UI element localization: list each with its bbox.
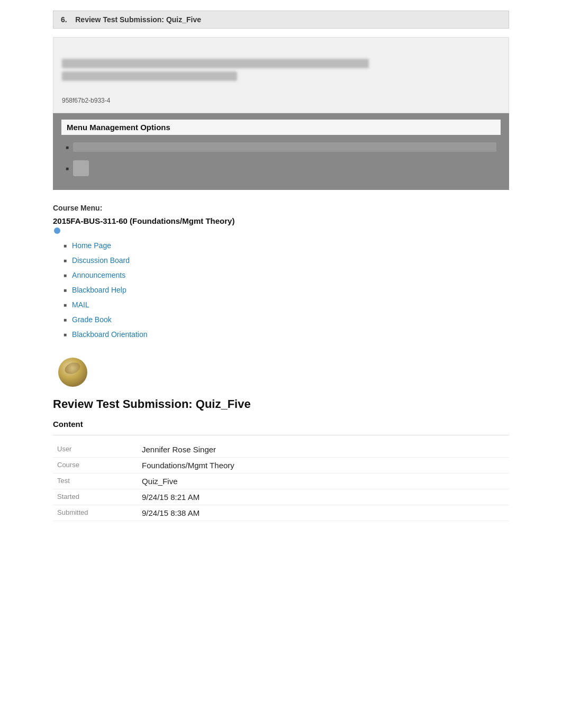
- nav-link-gradebook[interactable]: Grade Book: [72, 315, 112, 324]
- main-title: Review Test Submission: Quiz_Five: [53, 397, 509, 411]
- course-menu-section: Course Menu: 2015FA-BUS-311-60 (Foundati…: [53, 198, 509, 347]
- menu-management-block: Menu Management Options ■ ■: [53, 113, 509, 190]
- label-course: Course: [53, 458, 138, 474]
- value-submitted: 9/24/15 8:38 AM: [138, 505, 509, 521]
- nav-link-blackboard-help[interactable]: Blackboard Help: [72, 286, 126, 294]
- table-row-user: User Jennifer Rose Singer: [53, 442, 509, 458]
- nav-bullet-announcements: ■: [64, 272, 67, 278]
- table-row-started: Started 9/24/15 8:21 AM: [53, 489, 509, 505]
- section-title: Review Test Submission: Quiz_Five: [75, 15, 201, 24]
- value-course: Foundations/Mgmt Theory: [138, 458, 509, 474]
- nav-item-announcements[interactable]: ■ Announcements: [53, 268, 509, 283]
- menu-icon-placeholder: [73, 160, 89, 176]
- menu-bullet-1: ■: [66, 144, 69, 150]
- label-started: Started: [53, 489, 138, 505]
- nav-link-homepage[interactable]: Home Page: [72, 241, 111, 250]
- nav-item-gradebook[interactable]: ■ Grade Book: [53, 312, 509, 327]
- content-divider: [53, 435, 509, 435]
- menu-bullet-2: ■: [66, 166, 69, 171]
- value-started: 9/24/15 8:21 AM: [138, 489, 509, 505]
- menu-management-item-2: ■: [61, 157, 501, 179]
- top-content-block: 958f67b2-b933-4: [53, 37, 509, 113]
- menu-item-content-1: [73, 142, 496, 152]
- nav-item-homepage[interactable]: ■ Home Page: [53, 238, 509, 253]
- label-submitted: Submitted: [53, 505, 138, 521]
- nav-bullet-discussion: ■: [64, 258, 67, 263]
- nav-bullet-mail: ■: [64, 302, 67, 308]
- label-test: Test: [53, 474, 138, 489]
- nav-bullet-blackboard-help: ■: [64, 287, 67, 293]
- course-menu-label: Course Menu:: [53, 204, 509, 212]
- table-row-course: Course Foundations/Mgmt Theory: [53, 458, 509, 474]
- content-table: User Jennifer Rose Singer Course Foundat…: [53, 442, 509, 521]
- nav-link-orientation[interactable]: Blackboard Orientation: [72, 330, 147, 339]
- content-section-title: Content: [53, 420, 509, 429]
- avatar-container: [58, 358, 509, 387]
- nav-bullet-homepage: ■: [64, 243, 67, 249]
- table-row-submitted: Submitted 9/24/15 8:38 AM: [53, 505, 509, 521]
- course-title: 2015FA-BUS-311-60 (Foundations/Mgmt Theo…: [53, 216, 509, 225]
- nav-item-orientation[interactable]: ■ Blackboard Orientation: [53, 327, 509, 342]
- nav-item-blackboard-help[interactable]: ■ Blackboard Help: [53, 283, 509, 297]
- course-dot-indicator: [54, 228, 60, 234]
- nav-item-discussion[interactable]: ■ Discussion Board: [53, 253, 509, 268]
- menu-management-item-1: ■: [61, 139, 501, 155]
- nav-link-discussion[interactable]: Discussion Board: [72, 256, 130, 265]
- value-test: Quiz_Five: [138, 474, 509, 489]
- menu-management-title: Menu Management Options: [61, 120, 501, 135]
- blurred-content-1: [62, 59, 369, 68]
- nav-bullet-orientation: ■: [64, 332, 67, 338]
- section-header: 6. Review Test Submission: Quiz_Five: [53, 11, 509, 29]
- label-user: User: [53, 442, 138, 458]
- nav-item-mail[interactable]: ■ MAIL: [53, 297, 509, 312]
- blurred-content-2: [62, 71, 237, 81]
- course-nav-list: ■ Home Page ■ Discussion Board ■ Announc…: [53, 238, 509, 342]
- nav-bullet-gradebook: ■: [64, 317, 67, 323]
- value-user: Jennifer Rose Singer: [138, 442, 509, 458]
- nav-link-mail[interactable]: MAIL: [72, 301, 89, 309]
- uuid-text: 958f67b2-b933-4: [62, 97, 500, 104]
- nav-link-announcements[interactable]: Announcements: [72, 271, 125, 279]
- avatar: [58, 358, 87, 387]
- section-number: 6.: [61, 15, 67, 24]
- table-row-test: Test Quiz_Five: [53, 474, 509, 489]
